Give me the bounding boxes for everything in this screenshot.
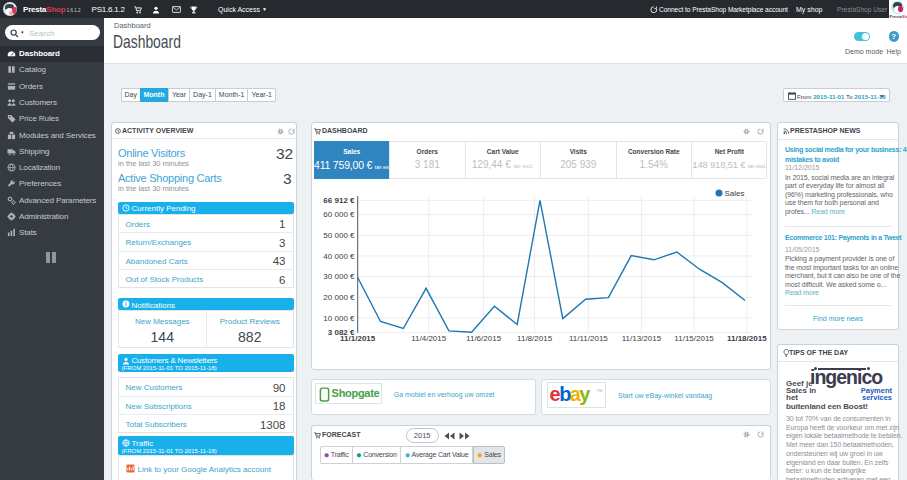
svg-text:40 000 €: 40 000 € <box>323 252 355 261</box>
svg-text:11/4/2015: 11/4/2015 <box>411 334 447 343</box>
svg-text:66 912 €: 66 912 € <box>323 196 355 205</box>
svg-text:11/11/2015: 11/11/2015 <box>569 334 608 343</box>
svg-text:60 000 €: 60 000 € <box>323 210 355 219</box>
svg-text:30 000 €: 30 000 € <box>323 272 355 281</box>
svg-text:50 000 €: 50 000 € <box>323 231 355 240</box>
svg-text:11/1/2015: 11/1/2015 <box>340 334 376 343</box>
svg-text:Sales: Sales <box>725 189 745 198</box>
svg-text:20 000 €: 20 000 € <box>323 293 355 302</box>
svg-text:11/13/2015: 11/13/2015 <box>622 334 662 343</box>
svg-text:11/6/2015: 11/6/2015 <box>466 334 502 343</box>
svg-text:11/15/2015: 11/15/2015 <box>674 334 714 343</box>
svg-text:10 000 €: 10 000 € <box>323 314 355 323</box>
svg-text:11/8/2015: 11/8/2015 <box>517 334 553 343</box>
svg-text:11/18/2015: 11/18/2015 <box>727 334 767 343</box>
